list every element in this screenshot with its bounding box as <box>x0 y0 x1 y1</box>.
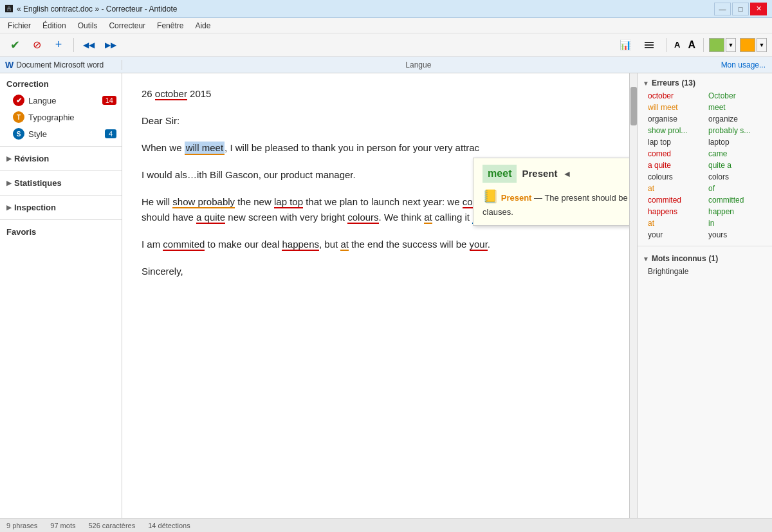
minimize-button[interactable]: — <box>714 3 731 15</box>
error-row-5[interactable]: comed came <box>638 148 772 160</box>
doc-text: 26 october 2015 Dear Sir: When we will m… <box>142 86 610 279</box>
error-correction-9: committed <box>708 196 744 205</box>
tooltip-icon: 📒 <box>482 189 499 203</box>
menu-correcteur[interactable]: Correcteur <box>104 20 151 32</box>
sincerely-text: Sincerely, <box>142 266 183 277</box>
sidebar-divider-2 <box>0 170 122 171</box>
para3-e: new screen with very bright <box>225 212 347 223</box>
doc-area: 26 october 2015 Dear Sir: When we will m… <box>122 73 637 518</box>
doc-scroll[interactable]: 26 october 2015 Dear Sir: When we will m… <box>122 73 629 518</box>
error-original-4: lap top <box>648 138 706 147</box>
sidebar-item-style[interactable]: S Style 4 <box>0 125 122 142</box>
error-row-0[interactable]: october October <box>638 90 772 102</box>
color-green[interactable] <box>709 38 724 52</box>
error-row-8[interactable]: at of <box>638 183 772 194</box>
para1: When we will meet, I will be pleased to … <box>142 140 610 156</box>
langue-label: Langue <box>28 96 56 105</box>
color-dropdown-2[interactable]: ▼ <box>757 38 767 52</box>
sidebar-favoris-heading[interactable]: Favoris <box>0 224 122 240</box>
erreurs-heading[interactable]: ▼ Erreurs (13) <box>638 76 772 90</box>
unknown-original-0: Brightingale <box>648 267 706 276</box>
sub-header: W Document Microsoft word Langue Mon usa… <box>0 57 772 73</box>
right-panel: ▼ Erreurs (13) october October will meet… <box>637 73 772 518</box>
error-row-10[interactable]: happens happen <box>638 206 772 217</box>
para3-g: calling it <box>432 212 473 223</box>
para3-b: the new <box>235 196 274 207</box>
favoris-label: Favoris <box>6 227 36 237</box>
stats-chevron: ▶ <box>6 179 12 187</box>
check-button[interactable]: ✔ <box>5 36 24 54</box>
error-row-7[interactable]: colours colors <box>638 171 772 183</box>
title-bar: 🅰 « English contract.doc » - Correcteur … <box>0 0 772 18</box>
toolbar-separator-3 <box>703 38 704 52</box>
para2-end: …ith Bill Gascon, our product manager. <box>187 169 356 180</box>
status-bar: 9 phrases 97 mots 526 caractères 14 déte… <box>0 518 772 532</box>
color-picker-2[interactable]: ▼ <box>740 38 767 52</box>
para2-start: I would als <box>142 169 187 180</box>
window-title: « English contract.doc » - Correcteur - … <box>17 5 177 14</box>
error-correction-0: October <box>708 91 736 100</box>
font-small-button[interactable]: A <box>672 39 683 51</box>
error-row-2[interactable]: organise organize <box>638 113 772 125</box>
sidebar-item-langue[interactable]: ✔ Langue 14 <box>0 92 122 109</box>
error-correction-8: of <box>708 184 715 193</box>
usage-label[interactable]: Mon usage... <box>715 60 772 69</box>
close-button[interactable]: ✕ <box>750 3 767 15</box>
para3-c: that we plan to launch next year: we <box>303 196 463 207</box>
sidebar-item-typographie[interactable]: T Typographie <box>0 109 122 125</box>
scrollbar[interactable] <box>629 73 637 518</box>
add-button[interactable]: + <box>49 36 68 54</box>
error-original-9: commited <box>648 196 706 205</box>
color-picker[interactable]: ▼ <box>709 38 736 52</box>
mots-inconnus-heading[interactable]: ▼ Mots inconnus (1) <box>638 252 772 266</box>
show-probably-word: show probably <box>172 196 235 208</box>
status-phrases: 9 phrases <box>6 522 37 529</box>
sidebar-inspection-heading[interactable]: ▶ Inspection <box>0 199 122 216</box>
error-row-4[interactable]: lap top laptop <box>638 136 772 148</box>
error-row-12[interactable]: your yours <box>638 229 772 241</box>
menu-fenetre[interactable]: Fenêtre <box>152 20 188 32</box>
forward-button[interactable]: ▶▶ <box>101 36 120 54</box>
sidebar-revision-section: ▶ Révision <box>0 148 122 169</box>
error-original-11: at <box>648 219 706 228</box>
toolbar-separator-1 <box>73 38 74 52</box>
your-word: your <box>470 239 488 251</box>
unknown-row-0[interactable]: Brightingale <box>638 266 772 277</box>
error-correction-12: yours <box>708 230 727 239</box>
stop-button[interactable]: ⊘ <box>27 36 46 54</box>
font-large-button[interactable]: A <box>685 38 698 52</box>
sidebar-statistiques-heading[interactable]: ▶ Statistiques <box>0 175 122 191</box>
back-button[interactable]: ◀◀ <box>79 36 98 54</box>
error-row-9[interactable]: commited committed <box>638 194 772 206</box>
scrollbar-thumb[interactable] <box>630 87 637 125</box>
error-correction-11: in <box>708 219 714 228</box>
tooltip-word: meet <box>482 165 517 183</box>
error-correction-7: colors <box>708 172 729 181</box>
maximize-button[interactable]: □ <box>732 3 749 15</box>
color-dropdown[interactable]: ▼ <box>726 38 736 52</box>
error-row-3[interactable]: show prol... probably s... <box>638 125 772 136</box>
sidebar-inspection-section: ▶ Inspection <box>0 197 122 218</box>
sidebar-revision-heading[interactable]: ▶ Révision <box>0 151 122 167</box>
error-row-6[interactable]: a quite quite a <box>638 160 772 171</box>
sidebar-correction-heading[interactable]: Correction <box>0 76 122 92</box>
menu-edition[interactable]: Édition <box>37 20 71 32</box>
chart-button[interactable]: 📊 <box>616 36 635 54</box>
menu-aide[interactable]: Aide <box>190 20 216 32</box>
tooltip-arrow: ◄ <box>563 167 572 181</box>
para4-c: , but <box>319 239 340 250</box>
menu-fichier[interactable]: Fichier <box>3 20 36 32</box>
will-meet-word[interactable]: will meet <box>185 142 225 155</box>
at2-word: at <box>340 239 349 251</box>
word-icon: W <box>5 60 14 70</box>
error-original-1: will meet <box>648 103 706 112</box>
title-bar-controls: — □ ✕ <box>714 3 767 15</box>
list-button[interactable] <box>638 36 661 54</box>
a-quite-word: a quite <box>196 212 225 224</box>
menu-outils[interactable]: Outils <box>73 20 103 32</box>
inspection-chevron: ▶ <box>6 204 12 211</box>
error-row-1[interactable]: will meet meet <box>638 102 772 113</box>
para1-after: , I will be pleased to thank you in pers… <box>225 142 479 153</box>
color-orange[interactable] <box>740 38 755 52</box>
error-row-11[interactable]: at in <box>638 217 772 229</box>
